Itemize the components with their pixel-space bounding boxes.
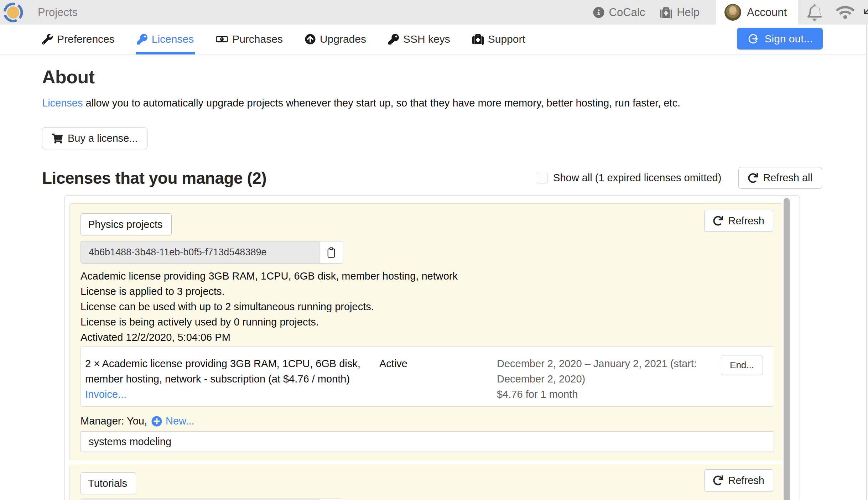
buy-license-button[interactable]: Buy a license... xyxy=(42,127,147,149)
info-circle-icon xyxy=(593,7,604,18)
tab-label: Preferences xyxy=(57,33,115,45)
scrollbar-thumb[interactable] xyxy=(784,198,790,500)
license-name-input[interactable] xyxy=(80,431,774,452)
cocalc-label: CoCalc xyxy=(609,6,645,19)
license-id-row xyxy=(80,499,343,500)
new-manager-link[interactable]: New... xyxy=(166,415,194,427)
manager-label: Manager: You, xyxy=(80,415,147,427)
bell-icon[interactable] xyxy=(807,4,822,21)
medkit-icon xyxy=(660,6,672,19)
cocalc-logo-icon[interactable] xyxy=(3,2,24,23)
refresh-all-button[interactable]: Refresh all xyxy=(738,167,822,189)
medkit-icon xyxy=(472,33,484,45)
subscription-description: 2 × Academic license providing 3GB RAM, … xyxy=(85,358,360,385)
wrench-icon xyxy=(42,34,53,45)
help-label: Help xyxy=(677,6,700,19)
topbar-cocalc-link[interactable]: CoCalc xyxy=(593,6,645,19)
tab-purchases[interactable]: Purchases xyxy=(216,25,283,54)
tab-label: Purchases xyxy=(232,33,283,45)
license-id-field[interactable] xyxy=(80,499,319,500)
top-bar: Projects CoCalc Help Account xyxy=(0,0,868,25)
licenses-list-panel: Refresh Academic license providing 3GB R… xyxy=(64,196,800,500)
subscription-period: December 2, 2020 – January 2, 2021 (star… xyxy=(497,356,707,387)
license-description: Academic license providing 3GB RAM, 1CPU… xyxy=(80,269,773,345)
tab-label: SSH keys xyxy=(403,33,450,45)
manager-row: Manager: You, New... xyxy=(80,415,773,427)
key-icon xyxy=(137,34,147,45)
key-icon xyxy=(388,34,399,45)
subscription-row: 2 × Academic license providing 3GB RAM, … xyxy=(80,346,773,407)
tab-support[interactable]: Support xyxy=(472,25,525,54)
refresh-icon xyxy=(713,475,723,485)
refresh-label: Refresh xyxy=(728,475,764,486)
license-active-use-line: License is being actively used by 0 runn… xyxy=(80,314,773,330)
buy-license-label: Buy a license... xyxy=(68,132,138,144)
show-all-label: Show all (1 expired licenses omitted) xyxy=(553,172,721,184)
copy-id-button[interactable] xyxy=(319,499,343,500)
license-card-physics-projects: Refresh Academic license providing 3GB R… xyxy=(69,203,786,460)
license-id-row xyxy=(80,241,343,264)
show-all-checkbox[interactable] xyxy=(537,173,547,183)
refresh-icon xyxy=(713,216,723,226)
refresh-label: Refresh xyxy=(728,215,764,227)
arrow-circle-up-icon xyxy=(305,34,316,45)
license-title-input[interactable] xyxy=(80,213,172,235)
tab-preferences[interactable]: Preferences xyxy=(42,25,115,54)
end-subscription-button[interactable]: End... xyxy=(721,355,763,375)
about-description: Licenses allow you to automatically upgr… xyxy=(42,97,822,109)
refresh-button[interactable]: Refresh xyxy=(704,210,773,232)
refresh-button[interactable]: Refresh xyxy=(704,469,773,491)
tab-licenses[interactable]: Licenses xyxy=(137,25,194,54)
licenses-link[interactable]: Licenses xyxy=(42,97,83,109)
topbar-help-link[interactable]: Help xyxy=(660,6,700,19)
brand: Projects xyxy=(3,2,78,23)
refresh-all-label: Refresh all xyxy=(763,172,812,184)
shopping-cart-icon xyxy=(52,134,63,144)
manage-header-row: Licenses that you manage (2) Show all (1… xyxy=(42,167,822,189)
avatar xyxy=(724,4,741,21)
license-title-input[interactable] xyxy=(80,472,136,494)
clipboard-icon xyxy=(326,247,337,258)
about-description-rest: allow you to automatically upgrade proje… xyxy=(83,97,680,109)
sign-out-label: Sign out... xyxy=(764,33,812,45)
page-right-edge xyxy=(866,25,867,500)
license-id-field[interactable] xyxy=(80,241,319,264)
tab-upgrades[interactable]: Upgrades xyxy=(305,25,366,54)
wifi-icon[interactable] xyxy=(836,5,854,20)
sign-out-icon xyxy=(747,33,759,45)
license-applied-line: License is applied to 3 projects. xyxy=(80,284,773,299)
manage-heading: Licenses that you manage (2) xyxy=(42,168,266,188)
license-upgrades-line: Academic license providing 3GB RAM, 1CPU… xyxy=(80,269,773,284)
compress-arrow-icon[interactable] xyxy=(860,7,868,18)
sign-out-button[interactable]: Sign out... xyxy=(737,28,823,50)
subscription-cost: $4.76 for 1 month xyxy=(497,387,707,402)
tab-label: Licenses xyxy=(152,33,194,45)
license-activated-line: Activated 12/2/2020, 5:04:06 PM xyxy=(80,330,773,345)
scrollbar-track[interactable] xyxy=(782,196,791,500)
tab-ssh-keys[interactable]: SSH keys xyxy=(388,25,450,54)
subscription-status: Active xyxy=(379,356,497,406)
app-title: Projects xyxy=(38,6,78,19)
tab-label: Support xyxy=(488,33,525,45)
plus-circle-icon xyxy=(151,416,162,427)
license-simultaneous-line: License can be used with up to 2 simulta… xyxy=(80,299,773,314)
licenses-page: About Licenses allow you to automaticall… xyxy=(0,66,868,500)
about-heading: About xyxy=(42,66,822,88)
license-card-tutorials: Refresh xyxy=(69,465,786,500)
money-bill-icon xyxy=(216,34,228,45)
account-label: Account xyxy=(747,6,787,19)
copy-id-button[interactable] xyxy=(319,241,343,264)
invoice-link[interactable]: Invoice... xyxy=(85,389,126,400)
refresh-icon xyxy=(748,173,758,183)
tab-label: Upgrades xyxy=(320,33,366,45)
topbar-account-tab[interactable]: Account xyxy=(716,0,798,25)
